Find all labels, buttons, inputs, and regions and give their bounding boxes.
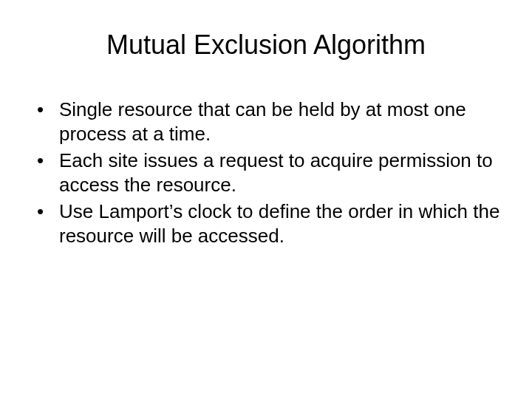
bullet-item: Use Lamport’s clock to define the order …: [30, 200, 502, 248]
bullet-item: Each site issues a request to acquire pe…: [30, 149, 502, 197]
bullet-item: Single resource that can be held by at m…: [30, 98, 502, 146]
bullet-list: Single resource that can be held by at m…: [30, 98, 502, 248]
slide-title: Mutual Exclusion Algorithm: [30, 30, 502, 61]
